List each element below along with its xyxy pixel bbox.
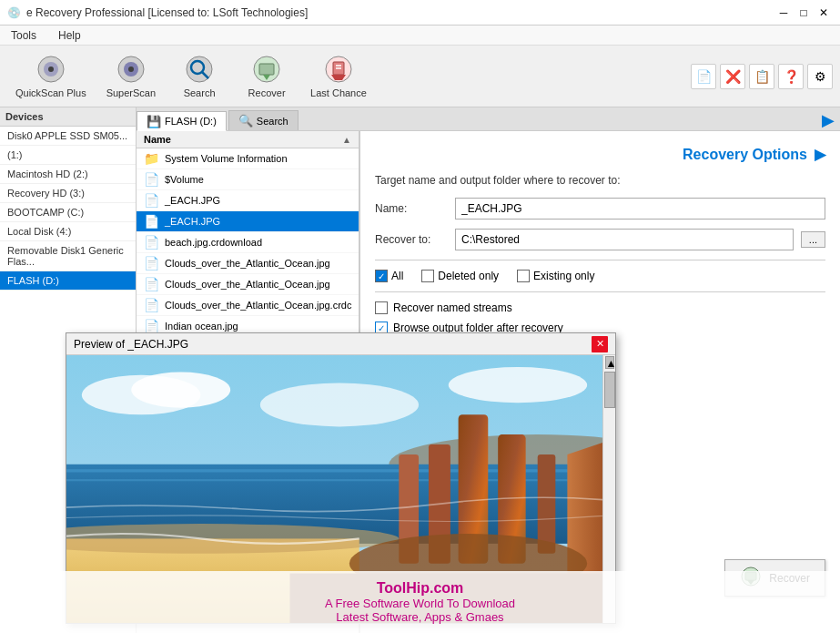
file-list-name-header: Name [144,134,171,145]
search-icon [185,55,214,84]
maximize-button[interactable]: □ [794,4,813,22]
tab-flash-label: FLASH (D:) [165,116,217,127]
radio-existing-label: Existing only [533,270,594,282]
recovery-panel-arrow-icon: ▶ [815,146,825,163]
toolbar-help-button[interactable]: ❓ [778,64,804,89]
name-input[interactable] [455,198,825,220]
lastchance-label: Last Chance [310,87,367,98]
sidebar-d1-label: (1:) [7,149,23,160]
sidebar-bootcamp-label: BOOTCAMP (C:) [7,207,84,218]
menu-help[interactable]: Help [55,27,85,44]
file-item-label: System Volume Information [165,153,288,164]
scroll-thumb[interactable] [604,372,615,408]
radio-existing[interactable]: Existing only [517,270,594,282]
toolbar-delete-button[interactable]: ❌ [720,64,745,89]
name-label: Name: [375,202,448,215]
radio-deleted[interactable]: Deleted only [421,270,499,282]
svg-point-2 [48,66,54,72]
close-button[interactable]: ✕ [815,4,833,22]
lastchance-button[interactable]: Last Chance [302,50,375,103]
quickscan-label: QuickScan Plus [15,87,86,98]
tab-search-icon: 🔍 [238,114,253,128]
file-item-label: Clouds_over_the_Atlantic_Ocean.jpg [165,279,330,290]
file-icon: 📄 [144,214,159,229]
superscan-button[interactable]: SuperScan [98,50,164,103]
title-bar: 💿 e Recovery Professional [Licensed to: … [0,0,840,26]
preview-close-button[interactable]: ✕ [592,336,608,352]
search-label: Search [184,87,216,98]
quickscan-button[interactable]: QuickScan Plus [7,50,95,103]
recover-toolbar-label: Recover [248,87,286,98]
list-item[interactable]: 📄 Clouds_over_the_Atlantic_Ocean.jpg [137,274,359,295]
lastchance-icon [324,55,353,84]
recover-to-label: Recover to: [375,233,448,246]
radio-existing-box [517,270,530,282]
sidebar-flash-label: FLASH (D:) [7,275,59,286]
file-icon: 📄 [144,235,159,250]
svg-rect-10 [259,64,274,75]
list-item[interactable]: 📁 System Volume Information [137,148,359,169]
recover-to-input[interactable] [455,229,794,250]
toolbar-new-button[interactable]: 📄 [691,64,716,89]
file-icon: 📄 [144,319,159,333]
file-icon: 📄 [144,298,159,312]
list-item[interactable]: 📄 Clouds_over_the_Atlantic_Ocean.jpg [137,253,359,274]
sidebar-item-local[interactable]: Local Disk (4:) [0,222,136,241]
search-button[interactable]: Search [167,50,231,103]
sidebar-item-removable[interactable]: Removable Disk1 Generic Flas... [0,241,136,271]
tab-flash-icon: 💾 [147,115,161,128]
minimize-button[interactable]: ─ [774,4,793,22]
list-item[interactable]: 📄 beach.jpg.crdownload [137,232,359,253]
title-bar-left: 💿 e Recovery Professional [Licensed to: … [7,6,308,19]
divider2 [375,291,825,292]
list-item[interactable]: 📄 _EACH.JPG [137,211,359,232]
recover-to-field-row: Recover to: ... [375,229,825,250]
preview-title: Preview of _EACH.JPG [74,338,188,351]
name-field-row: Name: [375,198,825,220]
browse-button[interactable]: ... [801,231,825,248]
quickscan-icon [36,55,66,84]
tab-flash[interactable]: 💾 FLASH (D:) [137,111,227,131]
sidebar-item-disk0[interactable]: Disk0 APPLE SSD SM05... [0,127,136,146]
list-item[interactable]: 📄 $Volume [137,169,359,190]
tab-search-label: Search [257,116,288,127]
sidebar-local-label: Local Disk (4:) [7,226,71,237]
recover-icon [252,55,281,84]
svg-point-21 [449,367,587,403]
superscan-label: SuperScan [106,87,156,98]
file-icon: 📄 [144,172,159,187]
sidebar-disk0-label: Disk0 APPLE SSD SM05... [7,130,127,141]
menu-bar: Tools Help [0,26,840,46]
tab-search[interactable]: 🔍 Search [228,110,299,130]
sidebar-item-recovery[interactable]: Recovery HD (3:) [0,184,136,203]
sidebar-item-flash[interactable]: FLASH (D:) [0,271,136,291]
sidebar-section-title: Devices [0,107,136,127]
radio-deleted-label: Deleted only [438,270,499,282]
file-item-label: Clouds_over_the_Atlantic_Ocean.jpg.crdc [165,300,351,311]
toolbar-right: 📄 ❌ 📋 ❓ ⚙ [691,64,833,89]
divider [375,260,825,260]
toolbar: QuickScan Plus SuperScan Search Recover … [0,46,840,107]
list-item[interactable]: 📄 Clouds_over_the_Atlantic_Ocean.jpg.crd… [137,295,359,316]
file-icon: 📄 [144,256,159,271]
sort-arrow-icon: ▲ [342,135,351,145]
sidebar-item-bootcamp[interactable]: BOOTCAMP (C:) [0,203,136,222]
file-icon: 📄 [144,193,159,208]
recover-toolbar-button[interactable]: Recover [235,50,299,103]
check-named-streams-label: Recover named streams [393,301,512,314]
radio-all-label: All [391,270,403,282]
check-named-streams[interactable]: Recover named streams [375,301,825,314]
menu-tools[interactable]: Tools [7,27,40,44]
svg-rect-32 [538,454,556,554]
toolbar-settings-button[interactable]: ⚙ [807,64,833,89]
radio-deleted-box [421,270,434,282]
radio-all[interactable]: ✓ All [375,270,403,282]
scroll-up-button[interactable]: ▲ [605,356,614,369]
sidebar-item-d1[interactable]: (1:) [0,146,136,165]
watermark-line2: A Free Software World To Download [9,597,831,610]
list-item[interactable]: 📄 _EACH.JPG [137,190,359,211]
toolbar-paste-button[interactable]: 📋 [749,64,774,89]
filter-radio-group: ✓ All Deleted only Existing only [375,270,825,282]
sidebar-item-macintosh[interactable]: Macintosh HD (2:) [0,165,136,184]
panel-arrow-icon[interactable]: ▶ [822,110,835,130]
